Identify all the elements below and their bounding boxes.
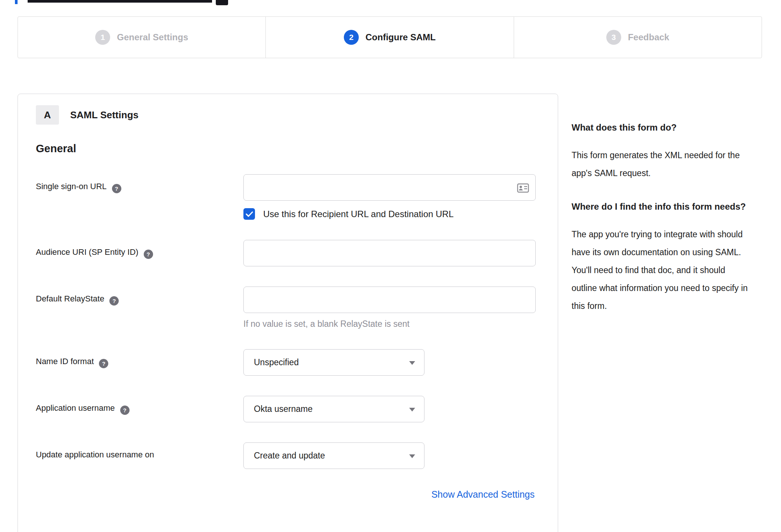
application-username-value: Okta username [254, 404, 312, 414]
cropped-page-title-accent [15, 0, 18, 4]
application-username-control: Okta username [243, 396, 540, 422]
application-username-select[interactable]: Okta username [243, 396, 424, 422]
general-heading: General [36, 143, 540, 155]
update-app-username-value: Create and update [254, 451, 325, 461]
cropped-page-title-icon [216, 0, 228, 5]
cropped-page-title-text [28, 0, 212, 3]
step-2-label: Configure SAML [365, 32, 436, 43]
section-a-badge: A [36, 105, 59, 125]
sso-recipient-checkbox-row: Use this for Recipient URL and Destinati… [243, 208, 540, 220]
step-configure-saml[interactable]: 2 Configure SAML [265, 17, 513, 58]
audience-uri-row: Audience URI (SP Entity ID)? [36, 240, 540, 266]
sso-url-label-wrap: Single sign-on URL? [36, 174, 243, 220]
sso-recipient-checkbox[interactable] [243, 208, 255, 220]
name-id-format-row: Name ID format? Unspecified [36, 349, 540, 376]
update-app-username-select[interactable]: Create and update [243, 442, 424, 469]
step-3-number-badge: 3 [606, 30, 621, 45]
name-id-format-label: Name ID format [36, 357, 94, 366]
help-icon[interactable]: ? [109, 296, 119, 306]
advanced-settings-row: Show Advanced Settings [36, 489, 540, 500]
sso-url-row: Single sign-on URL? [36, 174, 540, 220]
audience-uri-label-wrap: Audience URI (SP Entity ID)? [36, 240, 243, 266]
help-sidebar: What does this form do? This form genera… [572, 119, 753, 331]
help-section-1-body: This form generates the XML needed for t… [572, 146, 753, 182]
default-relaystate-row: Default RelayState? If no value is set, … [36, 287, 540, 329]
sso-url-input-wrap [243, 174, 536, 201]
application-username-label-wrap: Application username? [36, 396, 243, 422]
chevron-down-icon [409, 361, 415, 365]
section-header: A SAML Settings [36, 105, 540, 125]
help-icon[interactable]: ? [112, 184, 121, 193]
help-icon[interactable]: ? [99, 359, 108, 368]
update-app-username-label-wrap: Update application username on [36, 442, 243, 469]
step-feedback[interactable]: 3 Feedback [514, 17, 762, 58]
chevron-down-icon [409, 454, 415, 458]
contact-card-icon[interactable] [517, 183, 529, 194]
help-section-2-heading: Where do I find the info this form needs… [572, 198, 753, 216]
help-section-1-heading: What does this form do? [572, 119, 753, 137]
default-relaystate-hint: If no value is set, a blank RelayState i… [243, 319, 540, 329]
step-3-label: Feedback [628, 32, 669, 43]
wizard-stepper: 1 General Settings 2 Configure SAML 3 Fe… [18, 16, 762, 58]
application-username-label: Application username [36, 403, 115, 413]
update-app-username-row: Update application username on Create an… [36, 442, 540, 469]
show-advanced-settings-link[interactable]: Show Advanced Settings [431, 489, 535, 500]
name-id-format-select[interactable]: Unspecified [243, 349, 424, 376]
audience-uri-control [243, 240, 540, 266]
default-relaystate-label-wrap: Default RelayState? [36, 287, 243, 329]
default-relaystate-input[interactable] [243, 287, 536, 313]
help-icon[interactable]: ? [120, 406, 130, 415]
audience-uri-label: Audience URI (SP Entity ID) [36, 247, 139, 257]
name-id-format-control: Unspecified [243, 349, 540, 376]
update-app-username-control: Create and update [243, 442, 540, 469]
step-2-number-badge: 2 [344, 30, 359, 45]
name-id-format-label-wrap: Name ID format? [36, 349, 243, 376]
help-section-2-body: The app you're trying to integrate with … [572, 225, 753, 315]
application-username-row: Application username? Okta username [36, 396, 540, 422]
step-general-settings[interactable]: 1 General Settings [18, 17, 265, 58]
sso-url-control: Use this for Recipient URL and Destinati… [243, 174, 540, 220]
step-1-number-badge: 1 [95, 30, 110, 45]
saml-settings-panel: A SAML Settings General Single sign-on U… [18, 94, 558, 532]
step-1-label: General Settings [117, 32, 188, 43]
sso-recipient-checkbox-label: Use this for Recipient URL and Destinati… [263, 209, 454, 219]
help-icon[interactable]: ? [144, 250, 153, 259]
default-relaystate-control: If no value is set, a blank RelayState i… [243, 287, 540, 329]
default-relaystate-label: Default RelayState [36, 294, 104, 303]
chevron-down-icon [409, 408, 415, 411]
update-app-username-label: Update application username on [36, 450, 154, 459]
audience-uri-input[interactable] [243, 240, 536, 266]
section-title: SAML Settings [70, 109, 139, 121]
sso-url-label: Single sign-on URL [36, 182, 107, 191]
name-id-format-value: Unspecified [254, 357, 299, 367]
sso-url-input[interactable] [243, 174, 536, 201]
